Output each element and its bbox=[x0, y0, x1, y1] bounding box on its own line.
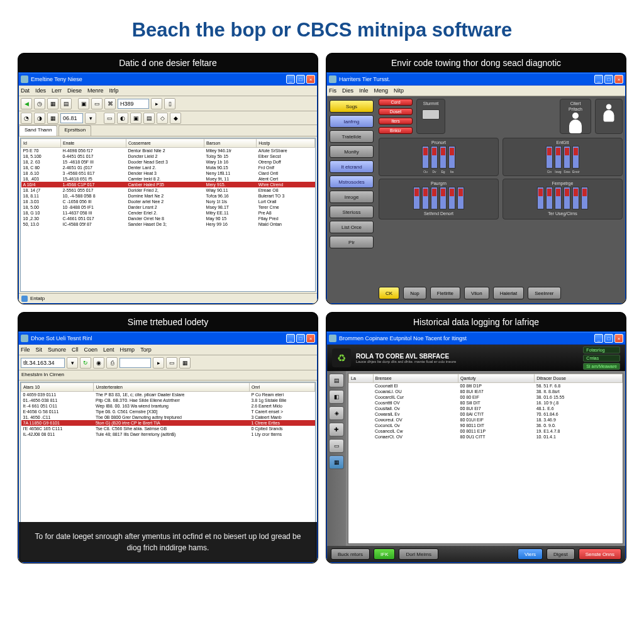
action-button[interactable]: Iters bbox=[379, 118, 413, 125]
header-link[interactable]: Fotasriog bbox=[583, 347, 620, 353]
bottom-button[interactable]: Fletlrite bbox=[430, 287, 460, 299]
menu-item[interactable]: Hsmp bbox=[120, 347, 135, 353]
menu-item[interactable]: Dat bbox=[21, 87, 30, 94]
panel-c-titlebar[interactable]: Dhoe Sot Ueli Tesnt Rinl _ □ × bbox=[19, 332, 317, 345]
address-input[interactable] bbox=[21, 358, 65, 368]
field-input[interactable] bbox=[119, 358, 151, 368]
doc2-icon[interactable]: ▯ bbox=[164, 98, 175, 109]
menu-item[interactable]: Nitp bbox=[394, 87, 404, 94]
menu-item[interactable]: Itrlp bbox=[109, 87, 119, 94]
minimize-button[interactable]: _ bbox=[594, 334, 603, 343]
tb2-icon[interactable]: ▾ bbox=[85, 113, 96, 124]
footer-button[interactable]: IFK bbox=[374, 548, 395, 560]
tab[interactable]: Sand Thann bbox=[19, 125, 57, 136]
slider[interactable] bbox=[440, 187, 447, 209]
menu-item[interactable]: Diese bbox=[67, 87, 82, 94]
menu-item[interactable]: Lent bbox=[103, 347, 114, 353]
table-row[interactable]: 18, 5.1000-4451 051 017Doncter Lield 2To… bbox=[21, 153, 315, 159]
slider[interactable] bbox=[457, 187, 464, 209]
slider[interactable] bbox=[546, 146, 553, 169]
table-row[interactable]: CosancclL Cw00 8011 E1P19. E1.4.7.8 bbox=[349, 428, 623, 434]
table-row[interactable]: 18, 5.0010 -8488 05 IF1Darder Lnsnt 2Mse… bbox=[21, 204, 315, 210]
tb2-icon[interactable]: ▣ bbox=[130, 113, 142, 124]
tb2-icon[interactable]: ▭ bbox=[104, 113, 115, 124]
go-icon[interactable]: ▸ bbox=[153, 357, 164, 369]
sidebar-button[interactable]: It etcrand bbox=[330, 160, 374, 173]
slider[interactable] bbox=[572, 146, 579, 169]
table-row[interactable]: 50, 13.0IC-4588 05f 87Sander Haset De 3;… bbox=[21, 221, 315, 227]
link-icon[interactable]: ⌘ bbox=[104, 98, 116, 109]
sidebar-button[interactable]: Ianfrng bbox=[330, 115, 374, 128]
table-row[interactable]: 18 .3.03C -1658 056 IIIDooter arlel Nee … bbox=[21, 199, 315, 204]
minimize-button[interactable]: _ bbox=[286, 75, 295, 84]
menu-item[interactable]: Inle bbox=[359, 87, 369, 94]
footer-button[interactable]: Viers bbox=[518, 548, 543, 560]
sidebar-button[interactable]: Sogs bbox=[330, 100, 374, 113]
print-icon[interactable]: ⎙ bbox=[106, 357, 118, 369]
minimize-button[interactable]: _ bbox=[286, 334, 295, 343]
slider[interactable] bbox=[537, 187, 544, 209]
sidebar-button[interactable]: Tratellde bbox=[330, 130, 374, 143]
tb2-icon[interactable]: ▤ bbox=[143, 113, 155, 124]
sidebar-button[interactable]: List Orce bbox=[330, 221, 374, 233]
bottom-button[interactable]: Halerlat bbox=[493, 287, 525, 299]
table-row[interactable]: ConaerCt. OV80 0U1 CITT10. 01.4.1 bbox=[349, 434, 623, 440]
slider[interactable] bbox=[555, 187, 562, 209]
table-row[interactable]: Coworeul. OV80 01UI EIF18. 3.46.9 bbox=[349, 417, 623, 423]
slider[interactable] bbox=[431, 187, 438, 209]
footer-button[interactable]: Digest bbox=[547, 548, 575, 560]
table-row[interactable]: 0 4659 039 0111The P B3 83, 1E, c; cite.… bbox=[21, 392, 315, 398]
menu-item[interactable]: Cll bbox=[72, 347, 79, 353]
slider[interactable] bbox=[422, 187, 429, 209]
panel-a-titlebar[interactable]: Emeltine Teny Niese _ □ × bbox=[19, 73, 317, 86]
search-input[interactable] bbox=[118, 99, 149, 109]
table-row[interactable]: 18 .6.103 -4568 651 817Dender Heat 3Neny… bbox=[21, 170, 315, 176]
menu-item[interactable]: Torp bbox=[140, 347, 152, 353]
slider[interactable] bbox=[431, 146, 438, 169]
close-button[interactable]: × bbox=[614, 75, 623, 84]
table-row[interactable]: 18. 14 (72-5561 055 017Dorider Fried 2,W… bbox=[21, 187, 315, 193]
action-button[interactable]: Bnksr bbox=[379, 127, 413, 134]
slider[interactable] bbox=[572, 187, 579, 209]
table-row[interactable]: P5 E 70H-4698 056 f17Dentor Braid Nile 2… bbox=[21, 148, 315, 154]
footer-button[interactable]: Buck mtors bbox=[331, 548, 370, 560]
maximize-button[interactable]: □ bbox=[604, 334, 613, 343]
tool-icon[interactable]: ▦ bbox=[329, 455, 344, 469]
panel-a-table[interactable]: IdEnateCossemareBarsonHostpP5 E 70H-4698… bbox=[20, 138, 316, 292]
column-header[interactable]: Enate bbox=[60, 139, 126, 148]
bottom-button[interactable]: Vilon bbox=[464, 287, 489, 299]
tool-icon[interactable]: ▭ bbox=[329, 439, 344, 453]
slider[interactable] bbox=[422, 146, 429, 169]
tool-icon[interactable]: ▣ bbox=[78, 98, 89, 109]
menu-item[interactable]: Meng bbox=[374, 87, 389, 94]
close-button[interactable]: × bbox=[306, 334, 315, 343]
close-button[interactable]: × bbox=[306, 75, 315, 84]
footer-button[interactable]: Dorl Meims bbox=[399, 548, 438, 560]
menu-item[interactable]: Sit bbox=[36, 347, 43, 353]
menu-item[interactable]: Menre bbox=[87, 87, 104, 94]
column-header[interactable]: Id bbox=[21, 139, 61, 148]
table-row[interactable]: 31. 4650 .C11Tbe 0B 0800 Grer Damoting a… bbox=[21, 414, 315, 420]
slider[interactable] bbox=[440, 146, 447, 169]
sidebar-button[interactable]: Sterloss bbox=[330, 206, 374, 218]
slider[interactable] bbox=[581, 187, 588, 209]
panel-b-titlebar[interactable]: Harriters Tier Tursst. _ □ × bbox=[327, 73, 625, 86]
close-button[interactable]: × bbox=[614, 334, 623, 343]
maximize-button[interactable]: □ bbox=[296, 75, 305, 84]
table-row[interactable]: E·4658 G 58 0111Tipe 08. 0. C561 Cemstre… bbox=[21, 409, 315, 414]
footer-button[interactable]: Senste Onns bbox=[579, 548, 621, 560]
table-row[interactable]: 18, G 1011-4637 058 IIICender Eriel 2.Mi… bbox=[21, 210, 315, 216]
maximize-button[interactable]: □ bbox=[604, 75, 613, 84]
tool-icon[interactable]: ◈ bbox=[329, 406, 344, 420]
maximize-button[interactable]: □ bbox=[296, 334, 305, 343]
field-input[interactable] bbox=[60, 113, 83, 123]
table-row[interactable]: 01.-4656 038 811Pitp CB. 6B.3T0. Hae Sil… bbox=[21, 397, 315, 403]
tb2-icon[interactable]: ◐ bbox=[117, 113, 128, 124]
tool-icon[interactable]: ◧ bbox=[329, 390, 344, 404]
tool-icon[interactable]: ✚ bbox=[329, 423, 344, 436]
sidebar-button[interactable]: Monlty bbox=[330, 145, 374, 158]
table-row[interactable]: 18, .40315-4618 651 f5Camter Ireld 8 2.M… bbox=[21, 176, 315, 182]
table-row[interactable]: 7A 11850 G9 61015ton G) (B20 irtre CP le… bbox=[21, 420, 315, 426]
column-header[interactable]: Ditracer Doose bbox=[535, 374, 623, 383]
table-row[interactable]: Cousitall. Ov00 8UI EI748.1. E.6 bbox=[349, 406, 623, 411]
